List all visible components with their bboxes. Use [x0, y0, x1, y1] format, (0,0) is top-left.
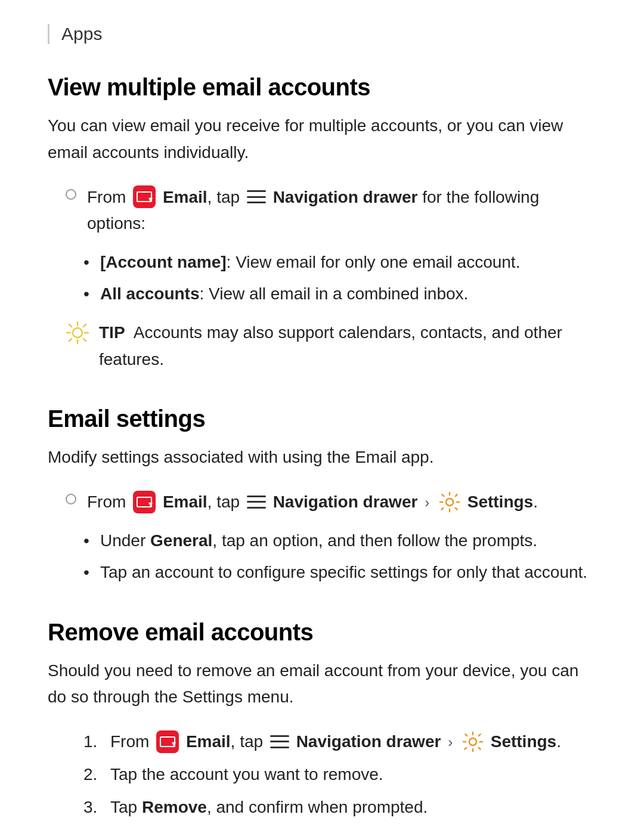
tip-content: TIP Accounts may also support calendars,…	[99, 320, 596, 373]
email-label-settings: Email	[163, 493, 208, 511]
bullet-list-email-settings: Under General, tap an option, and then f…	[83, 528, 596, 586]
nav-drawer-label-remove: Navigation drawer	[296, 732, 441, 751]
section-intro-remove-email: Should you need to remove an email accou…	[48, 658, 596, 711]
section-remove-email: Remove email accounts Should you need to…	[48, 619, 596, 821]
list-item: [Account name]: View email for only one …	[83, 249, 596, 276]
circle-bullet-settings	[66, 494, 76, 504]
section-heading-email-settings: Email settings	[48, 405, 596, 432]
section-heading-view-multiple: View multiple email accounts	[48, 74, 596, 101]
email-label-remove: Email	[186, 732, 231, 751]
section-email-settings: Email settings Modify settings associate…	[48, 405, 596, 586]
item-num-3: 3.	[83, 794, 97, 821]
step-row-email-settings: From Email, tap Navigation drawer › Sett…	[48, 489, 596, 516]
nav-drawer-icon-settings	[247, 496, 266, 509]
svg-point-9	[446, 498, 453, 506]
gear-icon-remove	[462, 731, 484, 753]
circle-bullet	[66, 189, 76, 200]
page-container: Apps View multiple email accounts You ca…	[0, 0, 644, 833]
list-item: All accounts: View all email in a combin…	[83, 281, 596, 308]
email-icon-settings	[133, 491, 156, 513]
step-content-view-multiple: From Email, tap Navigation drawer for th…	[87, 184, 596, 238]
email-icon	[133, 185, 156, 208]
chevron-icon-remove: ›	[448, 734, 453, 750]
svg-line-8	[69, 339, 72, 341]
item-num-2: 2.	[83, 761, 97, 788]
tip-row: TIP Accounts may also support calendars,…	[66, 320, 596, 373]
section-intro-email-settings: Modify settings associated with using th…	[48, 444, 596, 471]
list-item: 2. Tap the account you want to remove.	[83, 761, 596, 788]
chevron-icon-settings: ›	[425, 494, 429, 510]
email-label: Email	[163, 188, 208, 206]
section-view-multiple: View multiple email accounts You can vie…	[48, 74, 596, 373]
svg-line-6	[83, 339, 86, 341]
section-heading-remove-email: Remove email accounts	[48, 619, 596, 646]
breadcrumb: Apps	[48, 24, 596, 44]
tip-icon	[66, 321, 89, 345]
svg-point-0	[73, 328, 82, 337]
section-intro-view-multiple: You can view email you receive for multi…	[48, 113, 596, 166]
settings-label: Settings	[467, 493, 533, 511]
list-item: 3. Tap Remove, and confirm when prompted…	[83, 794, 596, 821]
nav-drawer-label: Navigation drawer	[273, 188, 418, 206]
tip-text: Accounts may also support calendars, con…	[99, 323, 562, 368]
list-item: Tap an account to configure specific set…	[83, 559, 596, 586]
breadcrumb-label: Apps	[61, 24, 102, 44]
ordered-list-remove-email: 1. From Email, tap Navigation drawer › S…	[83, 729, 596, 820]
step-row-view-multiple: From Email, tap Navigation drawer for th…	[48, 184, 596, 238]
gear-icon-settings	[439, 491, 460, 513]
step-content-email-settings: From Email, tap Navigation drawer › Sett…	[87, 489, 596, 516]
email-icon-remove	[156, 730, 179, 753]
list-item: Under General, tap an option, and then f…	[83, 528, 596, 555]
svg-line-5	[69, 324, 72, 327]
settings-label-remove: Settings	[491, 732, 556, 751]
bullet-list-view-multiple: [Account name]: View email for only one …	[83, 249, 596, 308]
item-num-1: 1.	[83, 729, 97, 755]
list-item: 1. From Email, tap Navigation drawer › S…	[83, 729, 596, 755]
nav-drawer-icon	[247, 190, 266, 203]
svg-line-7	[83, 324, 86, 327]
nav-drawer-icon-remove	[270, 735, 289, 748]
tip-label: TIP	[99, 323, 125, 342]
nav-drawer-label-settings: Navigation drawer	[273, 493, 418, 511]
svg-point-10	[469, 738, 476, 745]
